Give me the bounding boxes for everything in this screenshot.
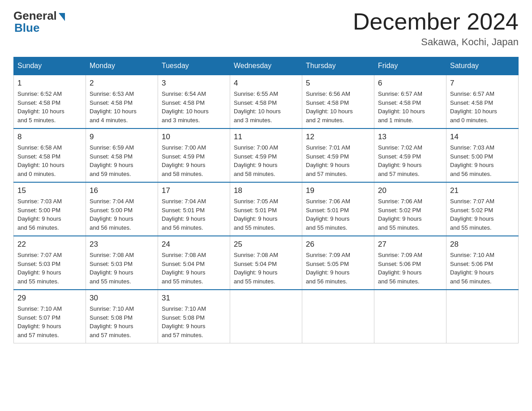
day-info: Sunrise: 6:58 AM Sunset: 4:58 PM Dayligh… [17,143,82,178]
calendar-cell: 16 Sunrise: 7:04 AM Sunset: 5:00 PM Dayl… [86,182,158,236]
calendar-cell: 9 Sunrise: 6:59 AM Sunset: 4:58 PM Dayli… [86,128,158,182]
day-info: Sunrise: 6:55 AM Sunset: 4:58 PM Dayligh… [234,90,298,124]
day-info: Sunrise: 6:52 AM Sunset: 4:58 PM Dayligh… [17,90,82,124]
day-info: Sunrise: 7:10 AM Sunset: 5:06 PM Dayligh… [450,251,515,286]
day-number: 16 [90,186,154,195]
day-info: Sunrise: 6:59 AM Sunset: 4:58 PM Dayligh… [90,143,154,178]
calendar-cell: 5 Sunrise: 6:56 AM Sunset: 4:58 PM Dayli… [302,75,374,128]
day-number: 19 [306,186,370,195]
calendar-cell: 20 Sunrise: 7:06 AM Sunset: 5:02 PM Dayl… [374,182,446,236]
day-number: 20 [378,186,442,195]
day-info: Sunrise: 7:08 AM Sunset: 5:04 PM Dayligh… [162,251,226,286]
day-info: Sunrise: 7:06 AM Sunset: 5:02 PM Dayligh… [378,197,442,232]
calendar-cell: 2 Sunrise: 6:53 AM Sunset: 4:58 PM Dayli… [86,75,158,128]
day-number: 18 [234,186,298,195]
title-section: December 2024 Sakawa, Kochi, Japan [353,9,519,48]
header-friday: Friday [374,57,446,75]
logo-blue-text: Blue [14,21,39,35]
calendar-cell: 18 Sunrise: 7:05 AM Sunset: 5:01 PM Dayl… [230,182,302,236]
day-info: Sunrise: 7:10 AM Sunset: 5:07 PM Dayligh… [17,304,82,339]
day-number: 26 [306,240,370,249]
calendar-cell [302,290,374,343]
day-info: Sunrise: 7:08 AM Sunset: 5:04 PM Dayligh… [234,251,298,286]
day-number: 12 [306,133,370,141]
week-row-5: 29 Sunrise: 7:10 AM Sunset: 5:07 PM Dayl… [14,290,519,343]
day-info: Sunrise: 6:53 AM Sunset: 4:58 PM Dayligh… [90,90,154,124]
calendar-cell: 7 Sunrise: 6:57 AM Sunset: 4:58 PM Dayli… [446,75,519,128]
month-title: December 2024 [353,9,519,34]
day-number: 9 [90,133,154,141]
day-info: Sunrise: 7:07 AM Sunset: 5:03 PM Dayligh… [17,251,82,286]
day-number: 31 [162,294,226,303]
day-info: Sunrise: 7:03 AM Sunset: 5:00 PM Dayligh… [450,143,515,178]
calendar-cell: 23 Sunrise: 7:08 AM Sunset: 5:03 PM Dayl… [86,236,158,290]
day-number: 15 [17,186,82,195]
day-number: 6 [378,79,442,88]
day-info: Sunrise: 7:01 AM Sunset: 4:59 PM Dayligh… [306,143,370,178]
day-number: 13 [378,133,442,141]
day-info: Sunrise: 7:00 AM Sunset: 4:59 PM Dayligh… [162,143,226,178]
day-number: 21 [450,186,515,195]
logo-arrow-icon [59,13,65,21]
calendar-cell: 30 Sunrise: 7:10 AM Sunset: 5:08 PM Dayl… [86,290,158,343]
day-number: 3 [162,79,226,88]
calendar-cell: 1 Sunrise: 6:52 AM Sunset: 4:58 PM Dayli… [14,75,86,128]
calendar-cell: 29 Sunrise: 7:10 AM Sunset: 5:07 PM Dayl… [14,290,86,343]
week-row-2: 8 Sunrise: 6:58 AM Sunset: 4:58 PM Dayli… [14,128,519,182]
location-text: Sakawa, Kochi, Japan [353,36,519,48]
day-number: 17 [162,186,226,195]
calendar-cell: 8 Sunrise: 6:58 AM Sunset: 4:58 PM Dayli… [14,128,86,182]
day-number: 11 [234,133,298,141]
day-number: 5 [306,79,370,88]
day-number: 29 [17,294,82,303]
week-row-1: 1 Sunrise: 6:52 AM Sunset: 4:58 PM Dayli… [14,75,519,128]
day-info: Sunrise: 7:04 AM Sunset: 5:00 PM Dayligh… [90,197,154,232]
day-info: Sunrise: 7:07 AM Sunset: 5:02 PM Dayligh… [450,197,515,232]
page-header: General Blue December 2024 Sakawa, Kochi… [13,9,519,48]
day-info: Sunrise: 6:57 AM Sunset: 4:58 PM Dayligh… [378,90,442,124]
day-number: 28 [450,240,515,249]
header-saturday: Saturday [446,57,519,75]
day-info: Sunrise: 7:03 AM Sunset: 5:00 PM Dayligh… [17,197,82,232]
day-number: 30 [90,294,154,303]
day-info: Sunrise: 7:08 AM Sunset: 5:03 PM Dayligh… [90,251,154,286]
day-info: Sunrise: 7:02 AM Sunset: 4:59 PM Dayligh… [378,143,442,178]
calendar-cell: 17 Sunrise: 7:04 AM Sunset: 5:01 PM Dayl… [158,182,230,236]
calendar-cell: 14 Sunrise: 7:03 AM Sunset: 5:00 PM Dayl… [446,128,519,182]
day-info: Sunrise: 6:54 AM Sunset: 4:58 PM Dayligh… [162,90,226,124]
day-info: Sunrise: 7:04 AM Sunset: 5:01 PM Dayligh… [162,197,226,232]
calendar-cell: 13 Sunrise: 7:02 AM Sunset: 4:59 PM Dayl… [374,128,446,182]
day-info: Sunrise: 7:06 AM Sunset: 5:01 PM Dayligh… [306,197,370,232]
day-number: 1 [17,79,82,88]
calendar-cell: 27 Sunrise: 7:09 AM Sunset: 5:06 PM Dayl… [374,236,446,290]
calendar-cell: 12 Sunrise: 7:01 AM Sunset: 4:59 PM Dayl… [302,128,374,182]
calendar-table: SundayMondayTuesdayWednesdayThursdayFrid… [13,57,519,343]
day-info: Sunrise: 7:10 AM Sunset: 5:08 PM Dayligh… [90,304,154,339]
day-number: 8 [17,133,82,141]
header-wednesday: Wednesday [230,57,302,75]
day-number: 10 [162,133,226,141]
calendar-cell: 26 Sunrise: 7:09 AM Sunset: 5:05 PM Dayl… [302,236,374,290]
day-info: Sunrise: 6:56 AM Sunset: 4:58 PM Dayligh… [306,90,370,124]
day-info: Sunrise: 7:09 AM Sunset: 5:06 PM Dayligh… [378,251,442,286]
calendar-cell: 21 Sunrise: 7:07 AM Sunset: 5:02 PM Dayl… [446,182,519,236]
day-number: 27 [378,240,442,249]
day-info: Sunrise: 6:57 AM Sunset: 4:58 PM Dayligh… [450,90,515,124]
calendar-cell: 19 Sunrise: 7:06 AM Sunset: 5:01 PM Dayl… [302,182,374,236]
day-number: 14 [450,133,515,141]
day-info: Sunrise: 7:10 AM Sunset: 5:08 PM Dayligh… [162,304,226,339]
day-number: 7 [450,79,515,88]
week-row-4: 22 Sunrise: 7:07 AM Sunset: 5:03 PM Dayl… [14,236,519,290]
calendar-cell: 3 Sunrise: 6:54 AM Sunset: 4:58 PM Dayli… [158,75,230,128]
calendar-cell [374,290,446,343]
day-number: 4 [234,79,298,88]
calendar-cell: 28 Sunrise: 7:10 AM Sunset: 5:06 PM Dayl… [446,236,519,290]
day-number: 24 [162,240,226,249]
calendar-cell: 31 Sunrise: 7:10 AM Sunset: 5:08 PM Dayl… [158,290,230,343]
day-number: 23 [90,240,154,249]
day-info: Sunrise: 7:00 AM Sunset: 4:59 PM Dayligh… [234,143,298,178]
day-number: 25 [234,240,298,249]
header-thursday: Thursday [302,57,374,75]
calendar-cell: 10 Sunrise: 7:00 AM Sunset: 4:59 PM Dayl… [158,128,230,182]
calendar-cell: 24 Sunrise: 7:08 AM Sunset: 5:04 PM Dayl… [158,236,230,290]
